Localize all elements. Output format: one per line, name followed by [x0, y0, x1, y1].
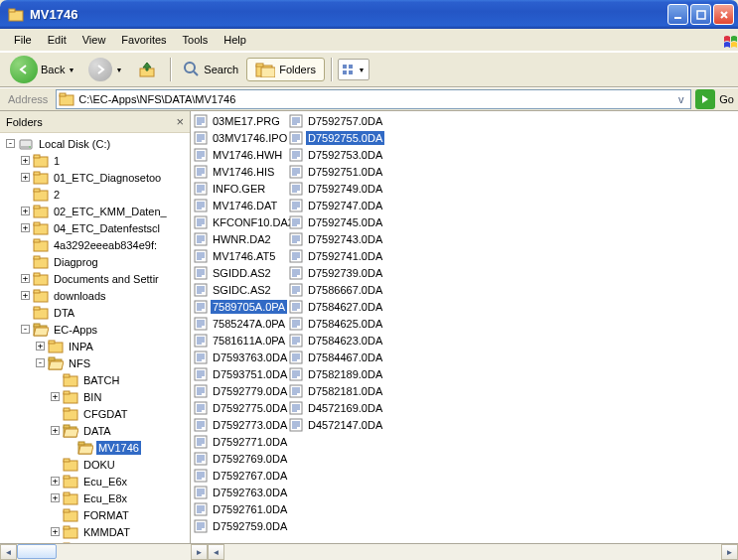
file-item[interactable]: D7592779.0DA	[192, 382, 287, 399]
tree-item[interactable]: 4a3292eeeab834e9f:	[0, 236, 190, 253]
collapse-icon[interactable]: -	[6, 139, 15, 148]
tree-item[interactable]: +01_ETC_Diagnosetoo	[0, 169, 190, 186]
address-input[interactable]: C:\EC-Apps\NFS\DATA\MV1746 v	[56, 89, 691, 109]
folders-button[interactable]: Folders	[246, 58, 325, 81]
expand-icon[interactable]: +	[21, 207, 30, 215]
horizontal-scrollbar[interactable]: ◄ ► ◄ ►	[0, 543, 738, 560]
maximize-button[interactable]	[690, 4, 711, 25]
folder-tree[interactable]: -Local Disk (C:)+1+01_ETC_Diagnosetoo 2+…	[0, 133, 190, 543]
tree-item[interactable]: +Ecu_E6x	[0, 473, 190, 490]
close-folders-pane-icon[interactable]: ×	[176, 114, 184, 129]
scroll-thumb[interactable]	[17, 544, 57, 559]
expand-icon[interactable]: +	[21, 156, 30, 165]
file-item[interactable]: D7592749.0DA	[287, 180, 382, 197]
tree-item[interactable]: FORMAT	[0, 506, 190, 523]
menu-tools[interactable]: Tools	[175, 31, 217, 49]
file-item[interactable]: 7585247A.0PA	[192, 315, 287, 332]
menu-edit[interactable]: Edit	[40, 31, 74, 49]
file-item[interactable]: D7592773.0DA	[192, 416, 287, 433]
tree-item[interactable]: -EC-Apps	[0, 321, 190, 338]
tree-item[interactable]: +INPA	[0, 338, 190, 354]
scroll-left-icon[interactable]: ◄	[0, 544, 17, 560]
expand-icon[interactable]: +	[21, 291, 30, 300]
file-item[interactable]: D7592741.0DA	[287, 247, 382, 264]
expand-icon[interactable]: +	[21, 173, 30, 182]
menu-view[interactable]: View	[74, 31, 114, 49]
up-button[interactable]	[130, 56, 164, 83]
file-item[interactable]: MV1746.DAT	[192, 197, 287, 213]
expand-icon[interactable]: +	[21, 274, 30, 283]
file-item[interactable]: SGIDD.AS2	[192, 264, 287, 281]
tree-item[interactable]: +BIN	[0, 388, 190, 405]
file-item[interactable]: D7592757.0DA	[287, 112, 382, 129]
forward-dropdown-icon[interactable]: ▼	[115, 67, 122, 73]
close-button[interactable]	[713, 4, 734, 25]
file-item[interactable]: D7592761.0DA	[192, 500, 287, 517]
go-button[interactable]	[695, 89, 715, 109]
expand-icon[interactable]: +	[21, 223, 30, 232]
tree-item[interactable]: +Ecu_E8x	[0, 490, 190, 506]
menu-file[interactable]: File	[6, 31, 40, 49]
tree-item[interactable]: MV1746	[0, 439, 190, 456]
collapse-icon[interactable]: -	[21, 325, 30, 334]
file-item[interactable]: 03MV1746.IPO	[192, 129, 287, 146]
tree-item[interactable]: -NFS	[0, 354, 190, 371]
tree-item[interactable]: 2	[0, 186, 190, 203]
file-item[interactable]: D7592771.0DA	[192, 433, 287, 450]
back-dropdown-icon[interactable]: ▼	[68, 67, 74, 73]
tree-item[interactable]: DTA	[0, 304, 190, 321]
tree-item[interactable]: +Documents and Settir	[0, 270, 190, 287]
menu-help[interactable]: Help	[216, 31, 254, 49]
views-button[interactable]: ▼	[338, 59, 369, 80]
expand-icon[interactable]: +	[51, 477, 60, 486]
file-item[interactable]: HWNR.DA2	[192, 230, 287, 247]
file-item[interactable]: D7582181.0DA	[287, 382, 382, 399]
back-button[interactable]: Back ▼	[4, 55, 80, 84]
file-item[interactable]: D7592739.0DA	[287, 264, 382, 281]
file-item[interactable]: D7592759.0DA	[192, 517, 287, 534]
tree-item[interactable]: +downloads	[0, 287, 190, 304]
expand-icon[interactable]: +	[51, 493, 60, 502]
file-item[interactable]: D7592775.0DA	[192, 399, 287, 416]
file-item[interactable]: MV1746.HWH	[192, 146, 287, 163]
file-item[interactable]: D7584625.0DA	[287, 315, 382, 332]
tree-item[interactable]: +1	[0, 152, 190, 169]
file-item[interactable]: D7582189.0DA	[287, 365, 382, 382]
tree-item[interactable]: +02_ETC_KMM_Daten_	[0, 203, 190, 219]
file-item[interactable]: D7584623.0DA	[287, 332, 382, 349]
file-item[interactable]: 03ME17.PRG	[192, 112, 287, 129]
file-item[interactable]: INFO.GER	[192, 180, 287, 197]
file-item[interactable]: D7586667.0DA	[287, 281, 382, 298]
expand-icon[interactable]: +	[51, 426, 60, 435]
tree-item[interactable]: +DATA	[0, 422, 190, 439]
file-item[interactable]: D4572147.0DA	[287, 416, 382, 433]
search-button[interactable]: Search	[177, 58, 244, 81]
file-item[interactable]: D7592751.0DA	[287, 163, 382, 180]
expand-icon[interactable]: +	[51, 527, 60, 536]
file-item[interactable]: D7592745.0DA	[287, 213, 382, 230]
file-item[interactable]: D7592753.0DA	[287, 146, 382, 163]
file-item[interactable]: 7581611A.0PA	[192, 332, 287, 349]
file-item[interactable]: D7593763.0DA	[192, 349, 287, 365]
scroll-right-icon-2[interactable]: ►	[721, 544, 738, 560]
tree-item[interactable]: +04_ETC_Datenfestscl	[0, 219, 190, 236]
tree-item[interactable]: +nfs	[0, 540, 190, 543]
minimize-button[interactable]	[667, 4, 688, 25]
tree-item[interactable]: Diagprog	[0, 253, 190, 270]
tree-item[interactable]: DOKU	[0, 456, 190, 473]
address-dropdown-icon[interactable]: v	[673, 93, 688, 105]
file-item[interactable]: D7592763.0DA	[192, 484, 287, 500]
file-item[interactable]: 7589705A.0PA	[192, 298, 287, 315]
expand-icon[interactable]: +	[36, 342, 45, 350]
scroll-left-icon-2[interactable]: ◄	[208, 544, 224, 560]
file-item[interactable]: D4572169.0DA	[287, 399, 382, 416]
file-list[interactable]: 03ME17.PRG03MV1746.IPOMV1746.HWHMV1746.H…	[191, 111, 738, 543]
expand-icon[interactable]: +	[51, 392, 60, 401]
file-item[interactable]: D7592743.0DA	[287, 230, 382, 247]
file-item[interactable]: MV1746.HIS	[192, 163, 287, 180]
tree-item[interactable]: -Local Disk (C:)	[0, 135, 190, 152]
file-item[interactable]: SGIDC.AS2	[192, 281, 287, 298]
collapse-icon[interactable]: -	[36, 358, 45, 367]
file-item[interactable]: D7592769.0DA	[192, 450, 287, 467]
scroll-right-icon[interactable]: ►	[191, 544, 208, 560]
